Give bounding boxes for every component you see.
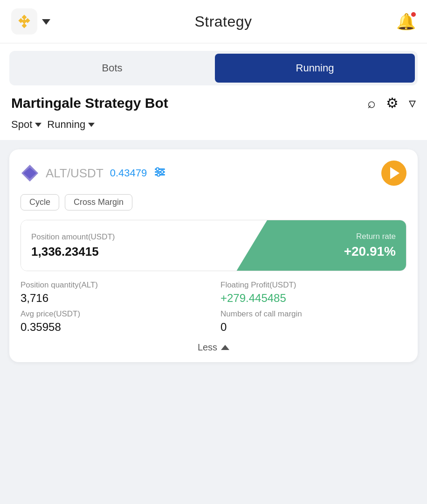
tags-row: Cycle Cross Margin xyxy=(21,194,406,210)
page-title: Martingale Strategy Bot xyxy=(11,95,168,111)
position-amount-label: Position amount(USDT) xyxy=(31,232,227,242)
position-qty-label: Position quantity(ALT) xyxy=(21,280,207,290)
running-label: Running xyxy=(47,119,85,131)
stats-box: Position amount(USDT) 1,336.23415 Return… xyxy=(21,220,406,271)
pair-name: ALT/USDT xyxy=(46,166,103,181)
spot-chevron-icon xyxy=(35,123,41,127)
position-qty-item: Position quantity(ALT) 3,716 xyxy=(21,280,207,305)
filter-icons: ⌕ ⚙ ▿ xyxy=(367,95,416,111)
chevron-down-icon[interactable] xyxy=(42,19,50,25)
svg-marker-6 xyxy=(23,168,36,179)
card-header: ALT/USDT 0.43479 xyxy=(21,161,406,186)
spot-label: Spot xyxy=(11,119,32,131)
return-rate-value: +20.91% xyxy=(344,244,396,259)
return-rate-label: Return rate xyxy=(356,232,396,241)
alt-token-icon xyxy=(21,164,39,182)
filter-icon[interactable]: ▿ xyxy=(409,95,416,111)
call-margin-value: 0 xyxy=(220,321,406,334)
svg-point-10 xyxy=(156,168,159,171)
filter-bar: Martingale Strategy Bot ⌕ ⚙ ▿ xyxy=(0,85,427,119)
tabs-row: Bots Running xyxy=(9,51,418,85)
floating-profit-label: Floating Profit(USDT) xyxy=(220,280,406,290)
call-margin-item: Numbers of call margin 0 xyxy=(220,309,406,334)
avg-price-item: Avg price(USDT) 0.35958 xyxy=(21,309,207,334)
binance-logo[interactable] xyxy=(11,8,37,35)
tab-bots[interactable]: Bots xyxy=(12,54,212,83)
svg-point-11 xyxy=(161,171,164,174)
header: Strategy 🔔 xyxy=(0,0,427,43)
dropdowns-bar: Spot Running xyxy=(0,119,427,140)
running-chevron-icon xyxy=(88,123,95,127)
notification-bell[interactable]: 🔔 xyxy=(396,12,416,31)
header-left xyxy=(11,8,50,35)
less-row[interactable]: Less xyxy=(21,342,406,353)
main-content: ALT/USDT 0.43479 Cyc xyxy=(0,140,427,371)
header-title: Strategy xyxy=(194,13,252,30)
cross-margin-tag: Cross Margin xyxy=(65,194,132,210)
position-amount-value: 1,336.23415 xyxy=(31,245,227,259)
pair-price: 0.43479 xyxy=(110,167,147,179)
tune-icon[interactable] xyxy=(153,165,166,181)
stats-right: Return rate +20.91% xyxy=(237,220,406,271)
position-qty-value: 3,716 xyxy=(21,292,207,305)
tabs-section: Bots Running xyxy=(0,43,427,85)
floating-profit-value: +279.445485 xyxy=(220,292,406,305)
floating-profit-item: Floating Profit(USDT) +279.445485 xyxy=(220,280,406,305)
tab-running[interactable]: Running xyxy=(215,54,415,83)
pair-quote: /USDT xyxy=(67,166,103,180)
card-header-left: ALT/USDT 0.43479 xyxy=(21,164,166,182)
stats-left: Position amount(USDT) 1,336.23415 xyxy=(21,220,237,271)
search-icon[interactable]: ⌕ xyxy=(367,95,376,111)
bottom-stats: Position quantity(ALT) 3,716 Floating Pr… xyxy=(21,280,406,334)
settings-icon[interactable]: ⚙ xyxy=(386,95,399,111)
avg-price-label: Avg price(USDT) xyxy=(21,309,207,319)
running-dropdown[interactable]: Running xyxy=(47,119,95,131)
avg-price-value: 0.35958 xyxy=(21,321,207,334)
spot-dropdown[interactable]: Spot xyxy=(11,119,41,131)
call-margin-label: Numbers of call margin xyxy=(220,309,406,319)
less-label: Less xyxy=(198,342,217,353)
chevron-up-icon xyxy=(221,345,229,350)
play-button[interactable] xyxy=(381,161,406,186)
cycle-tag: Cycle xyxy=(21,194,59,210)
notification-dot xyxy=(410,11,417,18)
svg-point-12 xyxy=(157,174,160,176)
bot-card: ALT/USDT 0.43479 Cyc xyxy=(9,149,418,362)
